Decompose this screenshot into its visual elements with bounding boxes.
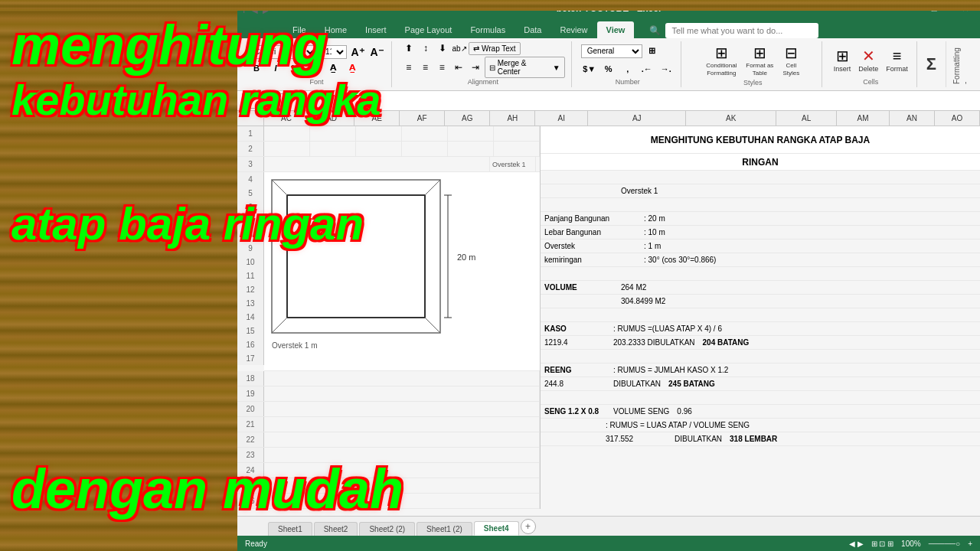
col-header-AL[interactable]: AL bbox=[776, 111, 837, 126]
cell-22[interactable] bbox=[264, 432, 540, 447]
col-header-AO[interactable]: AO bbox=[935, 111, 980, 126]
number-symbols-row: $▼ % , .← →. bbox=[581, 62, 675, 76]
align-controls: ⬆ ↕ ⬇ ab↗ ⇄ Wrap Text ≡ ≡ ≡ ⇤ bbox=[401, 41, 565, 78]
cell-21[interactable] bbox=[264, 417, 540, 432]
percent-btn[interactable]: % bbox=[600, 62, 617, 76]
insert-btn[interactable]: ⊞ Insert bbox=[831, 44, 854, 75]
decrease-font-btn[interactable]: A⁻ bbox=[368, 45, 385, 59]
new-sheet-circle-btn[interactable]: + bbox=[521, 519, 536, 534]
col-header-AM[interactable]: AM bbox=[837, 111, 890, 126]
align-bottom-btn[interactable]: ⬇ bbox=[435, 41, 450, 55]
cell-2-AD[interactable] bbox=[310, 142, 356, 156]
align-center-btn[interactable]: ≡ bbox=[418, 60, 433, 74]
comma-btn[interactable]: , bbox=[619, 62, 636, 76]
tab-sheet2[interactable]: Sheet2 bbox=[314, 522, 358, 536]
search-input[interactable] bbox=[665, 23, 818, 38]
decrease-decimal-btn[interactable]: .← bbox=[639, 62, 655, 76]
wrap-text-label: Wrap Text bbox=[482, 44, 516, 53]
seng-formula: : RUMUS = LUAS ATAP / VOLUME SENG bbox=[606, 421, 750, 429]
overlay-text-1: menghitung bbox=[11, 15, 327, 76]
decrease-indent-btn[interactable]: ⇤ bbox=[451, 60, 466, 74]
merge-center-btn[interactable]: ⊟ Merge & Center ▼ bbox=[485, 57, 565, 78]
seng-value-1: 317.552 bbox=[606, 435, 667, 443]
currency-btn[interactable]: $▼ bbox=[581, 62, 598, 76]
tab-insert[interactable]: Insert bbox=[356, 21, 396, 38]
reeng-formula: : RUMUS = JUMLAH KASO X 1.2 bbox=[613, 366, 728, 374]
delete-btn[interactable]: ✕ Delete bbox=[856, 44, 880, 75]
wrap-text-icon: ⇄ bbox=[473, 44, 479, 53]
cell-1-AE[interactable] bbox=[356, 126, 402, 141]
row-num-16: 16 bbox=[237, 337, 264, 351]
align-middle-btn[interactable]: ↕ bbox=[418, 41, 433, 55]
seng-label: SENG 1.2 X 0.8 bbox=[544, 407, 606, 416]
align-row-2: ≡ ≡ ≡ ⇤ ⇥ ⊟ Merge & Center ▼ bbox=[401, 57, 565, 78]
seng-vol-label: VOLUME SENG bbox=[613, 407, 669, 416]
cell-1-AG[interactable] bbox=[448, 126, 494, 141]
cell-2-AE[interactable] bbox=[356, 142, 402, 156]
col-header-AN[interactable]: AN bbox=[890, 111, 935, 126]
zoom-in[interactable]: + bbox=[968, 540, 972, 548]
cell-1-AC[interactable] bbox=[264, 126, 310, 141]
cell-19[interactable] bbox=[264, 386, 540, 401]
empty-row-3 bbox=[541, 267, 980, 281]
kemiringan-label: kemiringan bbox=[544, 256, 629, 264]
align-left-btn[interactable]: ≡ bbox=[401, 60, 416, 74]
formatting-group: Formatting - bbox=[946, 41, 975, 87]
wrap-text-btn[interactable]: ⇄ Wrap Text bbox=[469, 42, 521, 55]
tab-sheet1[interactable]: Sheet1 bbox=[268, 522, 312, 536]
align-top-btn[interactable]: ⬆ bbox=[401, 41, 416, 55]
tab-page-layout[interactable]: Page Layout bbox=[396, 21, 462, 38]
ready-text: Ready bbox=[245, 540, 267, 548]
tab-sheet2-2[interactable]: Sheet2 (2) bbox=[359, 522, 415, 536]
cell-2-AH[interactable] bbox=[494, 142, 540, 156]
overlay-text-2: kebutuhan rangka bbox=[11, 77, 381, 124]
ss-row-19: 19 bbox=[237, 386, 540, 402]
tab-data[interactable]: Data bbox=[514, 21, 550, 38]
number-format-expand[interactable]: ⊞ bbox=[644, 44, 661, 58]
cell-3-ACAH[interactable] bbox=[264, 157, 490, 171]
row-num-12: 12 bbox=[237, 282, 264, 296]
col-header-AJ[interactable]: AJ bbox=[588, 111, 686, 126]
cell-1-AD[interactable] bbox=[310, 126, 356, 141]
cell-3-AH-overstek[interactable]: Overstek 1 bbox=[490, 157, 536, 171]
tab-view[interactable]: View bbox=[597, 21, 635, 38]
number-group-content: General ⊞ $▼ % , .← →. bbox=[581, 41, 675, 78]
cell-1-AH[interactable] bbox=[494, 126, 540, 141]
zoom-slider[interactable]: ─────○ bbox=[929, 540, 960, 548]
volume-value-2: 304.8499 M2 bbox=[621, 297, 665, 305]
font-color-btn[interactable]: A̲ bbox=[344, 61, 361, 75]
cell-2-AG[interactable] bbox=[448, 142, 494, 156]
sum-btn[interactable]: Σ bbox=[920, 41, 942, 87]
panjang-value: : 20 m bbox=[644, 214, 665, 223]
increase-font-btn[interactable]: A⁺ bbox=[349, 45, 366, 59]
panjang-label: Panjang Bangunan bbox=[544, 214, 629, 223]
format-as-table-btn[interactable]: ⊞ Format asTable bbox=[743, 41, 776, 79]
kaso-value-3: 204 BATANG bbox=[703, 338, 750, 347]
conditional-formatting-btn[interactable]: ⊞ ConditionalFormatting bbox=[704, 41, 739, 79]
col-header-AK[interactable]: AK bbox=[686, 111, 776, 126]
fill-color-btn[interactable]: A̲ bbox=[325, 61, 341, 75]
ss-row-1: 1 bbox=[237, 126, 540, 142]
row-num-20: 20 bbox=[237, 402, 264, 416]
angle-text-btn[interactable]: ab↗ bbox=[452, 41, 467, 55]
tab-review[interactable]: Review bbox=[550, 21, 596, 38]
increase-decimal-btn[interactable]: →. bbox=[658, 62, 675, 76]
cell-2-AF[interactable] bbox=[402, 142, 448, 156]
number-format-select[interactable]: General bbox=[581, 44, 642, 58]
col-header-AH[interactable]: AH bbox=[490, 111, 535, 126]
format-btn[interactable]: ≡ Format bbox=[884, 45, 910, 75]
formula-input[interactable] bbox=[333, 96, 975, 106]
tab-formulas[interactable]: Formulas bbox=[461, 21, 514, 38]
cell-20[interactable] bbox=[264, 402, 540, 416]
col-header-AI[interactable]: AI bbox=[535, 111, 588, 126]
col-header-AF[interactable]: AF bbox=[400, 111, 445, 126]
align-right-btn[interactable]: ≡ bbox=[434, 60, 449, 74]
tab-sheet4[interactable]: Sheet4 bbox=[474, 521, 519, 536]
cell-styles-btn[interactable]: ⊟ CellStyles bbox=[780, 41, 802, 79]
tab-sheet1-2[interactable]: Sheet1 (2) bbox=[416, 522, 472, 536]
cell-2-AC[interactable] bbox=[264, 142, 310, 156]
col-header-AG[interactable]: AG bbox=[445, 111, 490, 126]
cell-1-AF[interactable] bbox=[402, 126, 448, 141]
increase-indent-btn[interactable]: ⇥ bbox=[468, 60, 483, 74]
cell-18[interactable] bbox=[264, 371, 540, 386]
